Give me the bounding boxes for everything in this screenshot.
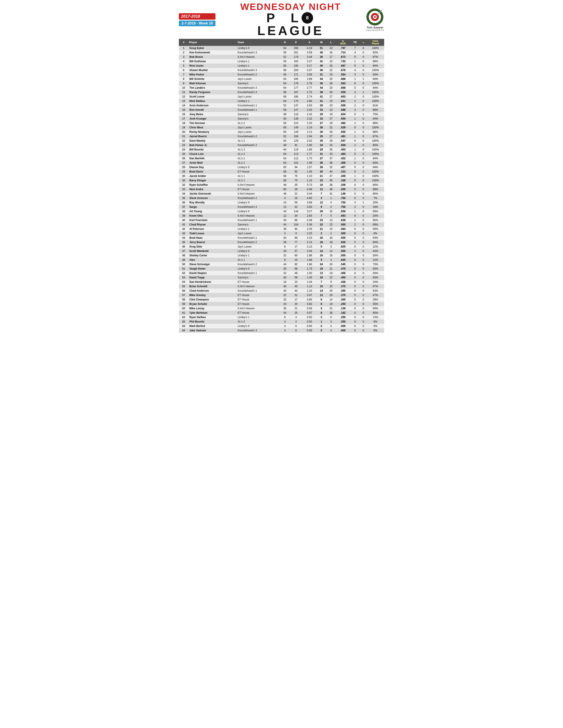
table-row: 20Rocky NewburyJay's Lanes601282.133030.… bbox=[179, 130, 384, 134]
cell-5: 4.00 bbox=[303, 196, 317, 200]
cell-4: 185 bbox=[290, 77, 302, 81]
cell-2: AL's 1 bbox=[237, 156, 280, 161]
cell-2: Sammy's bbox=[237, 81, 280, 86]
cell-6: 2 bbox=[317, 231, 326, 236]
cell-1: Kevin Otto bbox=[188, 214, 237, 218]
cell-11: 24% bbox=[367, 280, 384, 284]
cell-6: 27 bbox=[317, 121, 326, 125]
cell-6: 41 bbox=[317, 59, 326, 64]
cell-7: 20 bbox=[326, 86, 336, 90]
table-row: 12Scott LooseJay's Lanes681862.744127.60… bbox=[179, 94, 384, 99]
cell-5: 2.32 bbox=[303, 116, 317, 121]
cell-5: 1.90 bbox=[303, 143, 317, 147]
cell-0: 1 bbox=[179, 46, 188, 50]
cell-3: 44 bbox=[280, 262, 290, 266]
cell-7: 27 bbox=[326, 134, 336, 139]
table-row: 8Bill SchmitzJay's Lanes641852.894420.68… bbox=[179, 77, 384, 81]
table-row: 21Jarred BoerstKnucklehead's 2521062.042… bbox=[179, 134, 384, 139]
cell-10: 0 bbox=[360, 319, 367, 324]
cell-9: 2 bbox=[350, 249, 360, 253]
cell-7: 33 bbox=[326, 152, 336, 156]
cell-11: 94% bbox=[367, 64, 384, 68]
cell-8: .550 bbox=[336, 116, 350, 121]
cell-7: 20 bbox=[326, 77, 336, 81]
cell-1: Arnie Wulf bbox=[188, 161, 237, 165]
cell-9: 0 bbox=[350, 271, 360, 275]
cell-4: 209 bbox=[290, 68, 302, 72]
cell-7: 13 bbox=[326, 218, 336, 222]
cell-2: Knucklehead's 2 bbox=[237, 143, 280, 147]
cell-2: It Ain't Heaven bbox=[237, 284, 280, 289]
cell-0: 58 bbox=[179, 297, 188, 302]
cell-1: Doug Epker bbox=[188, 46, 237, 50]
cell-7: 41 bbox=[326, 191, 336, 196]
cell-0: 14 bbox=[179, 103, 188, 108]
cell-4: 4 bbox=[290, 315, 302, 319]
year-badge: 2017-2018 bbox=[179, 13, 215, 20]
cell-8: .732 bbox=[336, 59, 350, 64]
cell-9: 2 bbox=[350, 94, 360, 99]
cell-9: 0 bbox=[350, 275, 360, 280]
cell-9: 0 bbox=[350, 266, 360, 271]
cell-7: 15 bbox=[326, 209, 336, 214]
cell-3: 64 bbox=[280, 77, 290, 81]
cell-2: AL's 2 bbox=[237, 121, 280, 125]
cell-10: 0 bbox=[360, 147, 367, 152]
cell-0: 33 bbox=[179, 187, 188, 191]
table-row: 48Shelley CarterLindey's 132601.881616.5… bbox=[179, 253, 384, 258]
cell-4: 21 bbox=[290, 191, 302, 196]
cell-2: Sammy's bbox=[237, 116, 280, 121]
cell-8: .300 bbox=[336, 297, 350, 302]
cell-8: .589 bbox=[336, 108, 350, 112]
cell-0: 64 bbox=[179, 324, 188, 328]
cell-8: .250 bbox=[336, 302, 350, 306]
table-row: 56Chad AndersonKnucklehead's 140441.1014… bbox=[179, 289, 384, 293]
cell-6: 41 bbox=[317, 94, 326, 99]
cell-10: 0 bbox=[360, 293, 367, 297]
cell-10: 0 bbox=[360, 253, 367, 258]
cell-7: 21 bbox=[326, 266, 336, 271]
cell-2: Knucklehead's 2 bbox=[237, 72, 280, 77]
cell-2: Sammy's bbox=[237, 275, 280, 280]
cell-9: 1 bbox=[350, 130, 360, 134]
table-row: 30Jacob AndlerAL's 168751.102147.3091010… bbox=[179, 174, 384, 178]
table-row: 40Kurt FuersteinKnucklehead's 136862.392… bbox=[179, 218, 384, 222]
cell-4: 75 bbox=[290, 178, 302, 183]
cell-8: .500 bbox=[336, 253, 350, 258]
cell-8: .500 bbox=[336, 236, 350, 240]
cell-4: 112 bbox=[290, 156, 302, 161]
cell-1: Todd Loose bbox=[188, 231, 237, 236]
cell-0: 15 bbox=[179, 108, 188, 112]
cell-11: 100% bbox=[367, 68, 384, 72]
cell-2: Knucklehead's 1 bbox=[237, 218, 280, 222]
col-pct: %WON bbox=[336, 39, 350, 46]
cell-1: Chad Rhyner bbox=[188, 222, 237, 227]
cell-4: 94 bbox=[290, 165, 302, 169]
cell-5: 0.48 bbox=[303, 187, 317, 191]
cell-0: 2 bbox=[179, 50, 188, 55]
cell-7: 22 bbox=[326, 222, 336, 227]
cell-9: 1 bbox=[350, 156, 360, 161]
cell-2: Lindey's 9 bbox=[237, 324, 280, 328]
cell-11: 7% bbox=[367, 196, 384, 200]
cell-8: .667 bbox=[336, 64, 350, 68]
cell-7: 48 bbox=[326, 187, 336, 191]
cell-8: .583 bbox=[336, 227, 350, 231]
cell-5: 0.00 bbox=[303, 328, 317, 333]
cell-2: Lindey's 1 bbox=[237, 59, 280, 64]
cell-10: 0 bbox=[360, 244, 367, 249]
cell-6: 51 bbox=[317, 46, 326, 50]
cell-6: 9 bbox=[317, 205, 326, 209]
cell-4: 31 bbox=[290, 293, 302, 297]
cell-4: 137 bbox=[290, 103, 302, 108]
cell-11: 25% bbox=[367, 200, 384, 205]
table-row: 35Steve ArnesonKnucklehead's 24164.0031.… bbox=[179, 196, 384, 200]
cell-6: 18 bbox=[317, 240, 326, 244]
table-row: 29Brad DavisET House68921.352044.3130210… bbox=[179, 169, 384, 174]
cell-9: 1 bbox=[350, 218, 360, 222]
table-row: 59Bryan SchultzET House24200.83618.25000… bbox=[179, 302, 384, 306]
table-row: 44Brad HaasKnucklehead's 140892.232020.5… bbox=[179, 236, 384, 240]
cell-11: 12% bbox=[367, 244, 384, 249]
cell-5: 0.57 bbox=[303, 311, 317, 315]
cell-4: 68 bbox=[290, 266, 302, 271]
